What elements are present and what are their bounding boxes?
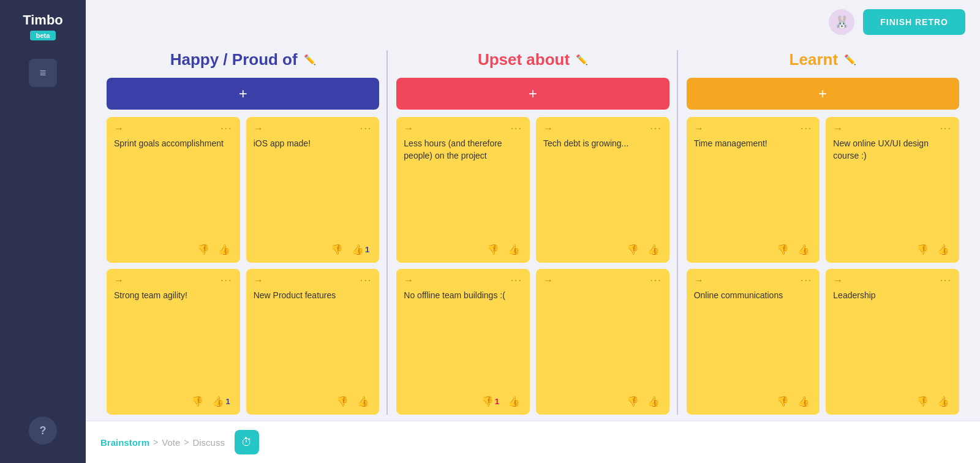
thumbs-up-button[interactable]: 👍 (505, 394, 522, 408)
thumbs-down-button[interactable]: 👎 (334, 394, 351, 408)
card-arrow-icon[interactable]: → (543, 123, 553, 134)
card-arrow-icon[interactable]: → (254, 123, 263, 134)
card: →···👎👍 (536, 269, 669, 415)
add-card-button-happy[interactable]: + (107, 78, 379, 110)
thumbs-down-button[interactable]: 👎 1 (479, 394, 502, 408)
thumbs-down-button[interactable]: 👎 (328, 243, 345, 257)
card-menu-icon[interactable]: ··· (650, 275, 662, 286)
thumbs-up-button[interactable]: 👍 (935, 243, 952, 257)
card-menu-icon[interactable]: ··· (940, 275, 952, 286)
card-text: New Product features (254, 290, 372, 388)
thumbs-down-button[interactable]: 👎 (189, 394, 206, 408)
card-text: Strong team agility! (114, 290, 233, 388)
thumbs-down-icon: 👎 (487, 244, 499, 255)
thumbs-down-icon: 👎 (777, 396, 789, 407)
column-title-happy: Happy / Proud of ✏️ (107, 50, 379, 69)
thumbsup-count: 1 (225, 397, 230, 406)
card-arrow-icon[interactable]: → (404, 123, 413, 134)
column-title-learnt: Learnt ✏️ (687, 50, 959, 69)
thumbs-down-button[interactable]: 👎 (914, 243, 931, 257)
card-menu-icon[interactable]: ··· (221, 123, 232, 134)
thumbs-down-button[interactable]: 👎 (774, 394, 791, 408)
thumbs-down-button[interactable]: 👎 (624, 243, 641, 257)
thumbs-up-button[interactable]: 👍 (795, 243, 812, 257)
card-menu-icon[interactable]: ··· (511, 123, 522, 134)
edit-icon[interactable]: ✏️ (844, 54, 856, 66)
card-actions: 👎👍 (833, 394, 952, 408)
card-menu-icon[interactable]: ··· (511, 275, 522, 286)
step-vote[interactable]: Vote (162, 437, 180, 448)
card-arrow-icon[interactable]: → (694, 275, 704, 286)
card-arrow-icon[interactable]: → (404, 275, 413, 286)
thumbs-down-icon: 👎 (627, 396, 639, 407)
card-menu-icon[interactable]: ··· (360, 275, 372, 286)
menu-icon: ≡ (40, 67, 47, 80)
card-menu-icon[interactable]: ··· (221, 275, 232, 286)
column-learnt: Learnt ✏️+→···Time management!👎👍→···New … (678, 50, 968, 415)
thumbs-up-icon: 👍 (508, 244, 520, 255)
card: →···Time management!👎👍 (687, 117, 820, 263)
thumbs-up-button[interactable]: 👍1 (209, 394, 232, 408)
card-menu-icon[interactable]: ··· (940, 123, 952, 134)
thumbs-down-button[interactable]: 👎 (624, 394, 641, 408)
card-actions: 👎👍 (833, 243, 952, 257)
sidebar-menu-button[interactable]: ≡ (29, 59, 57, 87)
thumbs-up-button[interactable]: 👍 (216, 243, 233, 257)
card-text: Online communications (694, 290, 813, 388)
card-text: Leadership (833, 290, 952, 388)
thumbs-up-button[interactable]: 👍 (645, 243, 662, 257)
app-logo: Timbo (23, 12, 63, 28)
card-arrow-icon[interactable]: → (114, 275, 124, 286)
finish-retro-button[interactable]: FINISH RETRO (863, 9, 965, 35)
thumbs-up-icon: 👍 (797, 396, 810, 407)
thumbs-up-button[interactable]: 👍1 (349, 243, 372, 257)
card-arrow-icon[interactable]: → (543, 275, 553, 286)
step-sep-2: > (184, 437, 189, 447)
card-text: New online UX/UI design course :) (833, 138, 952, 236)
thumbs-down-button[interactable]: 👎 (914, 394, 931, 408)
card-menu-icon[interactable]: ··· (801, 123, 812, 134)
card-actions: 👎👍 (254, 394, 372, 408)
card-actions: 👎👍 (114, 243, 233, 257)
thumbs-up-button[interactable]: 👍 (795, 394, 812, 408)
column-title-upset: Upset about ✏️ (396, 50, 669, 69)
add-card-button-upset[interactable]: + (396, 78, 669, 110)
main-content: 🐰 FINISH RETRO Happy / Proud of ✏️+→···S… (86, 0, 980, 463)
thumbs-up-icon: 👍 (508, 396, 520, 407)
thumbs-down-icon: 👎 (777, 244, 789, 255)
thumbs-up-icon: 👍 (937, 244, 949, 255)
card-text (543, 290, 662, 388)
card-actions: 👎👍1 (254, 243, 372, 257)
card-actions: 👎👍 (404, 243, 522, 257)
card-arrow-icon[interactable]: → (833, 123, 843, 134)
cards-grid-learnt: →···Time management!👎👍→···New online UX/… (687, 117, 959, 415)
card-menu-icon[interactable]: ··· (360, 123, 372, 134)
card-arrow-icon[interactable]: → (114, 123, 124, 134)
card-arrow-icon[interactable]: → (694, 123, 704, 134)
help-button[interactable]: ? (29, 416, 57, 445)
edit-icon[interactable]: ✏️ (304, 54, 316, 66)
card-text: Sprint goals accomplishment (114, 138, 233, 236)
thumbs-down-icon: 👎 (916, 396, 929, 407)
edit-icon[interactable]: ✏️ (576, 54, 588, 66)
footer: Brainstorm > Vote > Discuss ⏱ (86, 421, 980, 463)
card-arrow-icon[interactable]: → (833, 275, 843, 286)
thumbs-up-button[interactable]: 👍 (645, 394, 662, 408)
add-card-button-learnt[interactable]: + (687, 78, 959, 110)
card-arrow-icon[interactable]: → (254, 275, 263, 286)
card-menu-icon[interactable]: ··· (801, 275, 812, 286)
thumbs-down-button[interactable]: 👎 (484, 243, 502, 257)
thumbs-down-button[interactable]: 👎 (774, 243, 791, 257)
step-discuss[interactable]: Discuss (192, 437, 225, 448)
thumbs-up-icon: 👍 (218, 244, 230, 255)
clock-button[interactable]: ⏱ (235, 430, 259, 454)
step-brainstorm[interactable]: Brainstorm (100, 437, 149, 448)
thumbsdown-count: 1 (495, 397, 499, 406)
thumbs-up-button[interactable]: 👍 (505, 243, 522, 257)
card-menu-icon[interactable]: ··· (650, 123, 662, 134)
card-text: Less hours (and therefore people) on the… (404, 138, 522, 236)
help-icon: ? (40, 424, 47, 437)
thumbs-up-button[interactable]: 👍 (935, 394, 952, 408)
thumbs-up-button[interactable]: 👍 (355, 394, 372, 408)
thumbs-down-button[interactable]: 👎 (195, 243, 212, 257)
